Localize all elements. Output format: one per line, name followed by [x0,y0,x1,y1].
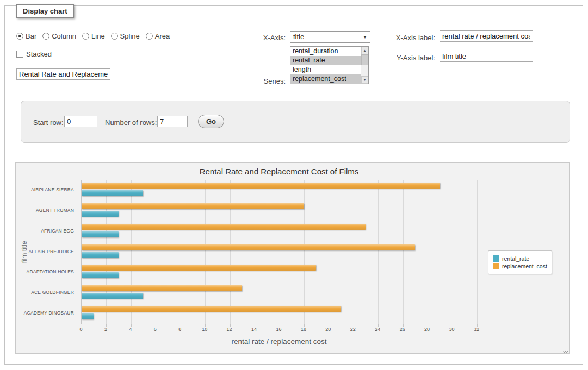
chart-type-spline[interactable]: Spline [111,32,140,40]
display-chart-page: Display chart Bar Column Line Spline Are… [0,0,588,370]
radio-icon [16,33,23,40]
gridline [205,180,206,324]
y-axis-label-input[interactable] [440,51,533,62]
x-tick-label: 16 [276,327,281,332]
x-tick-label: 24 [375,327,380,332]
chevron-down-icon [363,35,367,40]
x-tick-label: 18 [301,327,306,332]
panel-legend: Display chart [16,4,74,18]
stacked-checkbox[interactable]: Stacked [16,50,52,58]
go-button[interactable]: Go [198,115,224,128]
start-row-input[interactable] [64,116,97,127]
category-label: AFFAIR PREJUDICE [29,249,75,254]
bar-replacement_cost [82,244,415,250]
chart-type-bar[interactable]: Bar [16,32,36,40]
chart-category-labels: AIRPLANE SIERRAAGENT TRUMANAFRICAN EGGAF… [16,163,77,353]
legend-item-replacement-cost[interactable]: replacement_cost [493,263,547,269]
chart-plot-area [81,180,477,324]
radio-icon [111,33,118,40]
scrollbar-track[interactable] [361,54,368,76]
chart-panel: Rental Rate and Replacement Cost of Film… [15,162,570,354]
bar-rental_rate [82,293,143,299]
x-tick-label: 26 [400,327,405,332]
series-option-replacement_cost[interactable]: replacement_cost [290,74,361,84]
scroll-up-icon[interactable] [361,47,368,54]
resize-handle-icon[interactable] [562,346,568,353]
bar-rental_rate [82,231,119,237]
x-tick-label: 6 [154,327,157,332]
display-chart-panel: Display chart Bar Column Line Spline Are… [4,5,583,365]
gridline [378,180,379,324]
gridline [477,180,478,324]
radio-icon [82,33,89,40]
bar-rental_rate [82,313,94,319]
scrollbar-thumb[interactable] [361,54,368,65]
number-of-rows-label: Number of rows: [105,118,157,127]
x-axis-select[interactable]: title [290,31,370,43]
chart-title-input[interactable] [16,68,110,80]
bar-replacement_cost [82,203,304,209]
bar-rental_rate [82,272,119,278]
chart-type-column[interactable]: Column [42,32,76,40]
bar-rental_rate [82,252,119,258]
chart-type-bar-label: Bar [26,32,36,40]
legend-item-rental-rate[interactable]: rental_rate [493,255,547,262]
chart-type-column-label: Column [52,32,76,40]
gridline [156,180,156,324]
start-row-label: Start row: [33,118,64,127]
x-tick-label: 30 [449,327,455,332]
category-label: AFRICAN EGG [41,228,74,234]
gridline [230,180,231,324]
chart-type-line[interactable]: Line [82,32,105,40]
category-label: ADAPTATION HOLES [27,269,74,274]
radio-icon [146,33,153,40]
x-axis-selected-value: title [293,33,304,41]
gridline [403,180,404,324]
chart-x-axis-title: rental rate / replacement cost [232,337,327,346]
gridline [453,180,453,324]
chart-type-spline-label: Spline [120,32,140,40]
category-label: AIRPLANE SIERRA [31,187,74,192]
chart-type-line-label: Line [91,32,105,40]
scroll-down-icon[interactable] [361,76,368,84]
chart-type-area[interactable]: Area [146,32,170,40]
gridline [255,180,255,324]
series-option-length[interactable]: length [290,65,361,74]
x-axis-select-label: X-Axis: [237,34,286,42]
series-option-rental_duration[interactable]: rental_duration [290,47,361,56]
rows-panel: Start row: Number of rows: Go [21,101,570,143]
gridline [428,180,428,324]
series-options: rental_durationrental_ratelengthreplacem… [290,47,361,84]
bar-rental_rate [82,190,143,196]
x-tick-label: 8 [178,327,181,332]
gridline [304,180,305,324]
chart-legend: rental_rate replacement_cost [488,250,552,274]
legend-swatch-replacement-cost [493,263,499,269]
bar-replacement_cost [82,183,440,189]
series-listbox[interactable]: rental_durationrental_ratelengthreplacem… [290,46,369,84]
number-of-rows-input[interactable] [157,116,188,127]
bar-replacement_cost [82,224,366,230]
x-tick-label: 12 [227,327,232,332]
series-option-rental_rate[interactable]: rental_rate [290,56,361,65]
x-tick-label: 32 [474,327,479,332]
category-label: AGENT TRUMAN [36,208,74,213]
x-tick-label: 28 [424,327,430,332]
chart-x-tick-labels: 02468101214161820222426283032 [81,327,477,333]
gridline [329,180,329,324]
gridline [131,180,132,324]
chart-title: Rental Rate and Replacement Cost of Film… [200,167,359,176]
bar-replacement_cost [82,306,341,312]
x-axis-label-label: X-Axis label: [381,34,435,42]
bar-rental_rate [82,211,119,217]
x-axis-label-input[interactable] [440,30,533,42]
x-tick-label: 22 [350,327,356,332]
x-tick-label: 2 [104,327,107,332]
x-tick-label: 0 [79,327,82,332]
chart-type-group: Bar Column Line Spline Area [16,32,170,40]
gridline [280,180,280,324]
listbox-scrollbar[interactable] [361,47,368,84]
bar-replacement_cost [82,285,242,291]
checkbox-icon [16,51,23,58]
chart-type-area-label: Area [155,32,170,40]
